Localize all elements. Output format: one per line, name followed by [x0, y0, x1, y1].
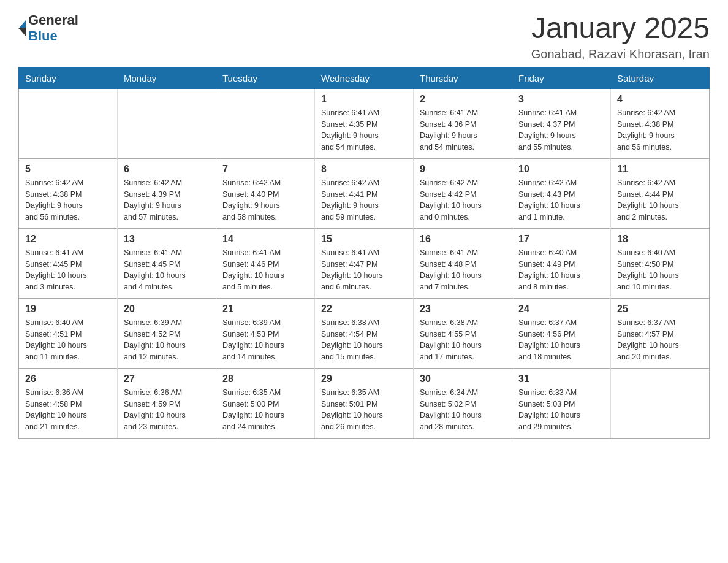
- day-of-week-sunday: Sunday: [19, 67, 118, 88]
- day-number: 10: [518, 164, 604, 175]
- day-of-week-friday: Friday: [512, 67, 611, 88]
- calendar-body: 1Sunrise: 6:41 AMSunset: 4:35 PMDaylight…: [19, 88, 710, 438]
- day-number: 3: [518, 94, 604, 105]
- day-of-week-tuesday: Tuesday: [216, 67, 315, 88]
- calendar-cell: 16Sunrise: 6:41 AMSunset: 4:48 PMDayligh…: [414, 228, 512, 298]
- day-info: Sunrise: 6:35 AMSunset: 5:01 PMDaylight:…: [321, 387, 407, 433]
- calendar-cell: 23Sunrise: 6:38 AMSunset: 4:55 PMDayligh…: [414, 298, 512, 368]
- day-number: 19: [25, 304, 111, 315]
- calendar-cell: [118, 88, 216, 158]
- logo-text-blue: Blue: [28, 28, 58, 44]
- calendar-cell: 27Sunrise: 6:36 AMSunset: 4:59 PMDayligh…: [118, 368, 216, 438]
- day-number: 17: [518, 234, 604, 245]
- day-info: Sunrise: 6:40 AMSunset: 4:50 PMDaylight:…: [617, 247, 703, 293]
- calendar-cell: 14Sunrise: 6:41 AMSunset: 4:46 PMDayligh…: [216, 228, 315, 298]
- day-number: 21: [222, 304, 308, 315]
- day-info: Sunrise: 6:41 AMSunset: 4:47 PMDaylight:…: [321, 247, 407, 293]
- calendar-cell: 7Sunrise: 6:42 AMSunset: 4:40 PMDaylight…: [216, 158, 315, 228]
- day-info: Sunrise: 6:38 AMSunset: 4:55 PMDaylight:…: [420, 317, 506, 363]
- day-info: Sunrise: 6:37 AMSunset: 4:56 PMDaylight:…: [518, 317, 604, 363]
- day-number: 25: [617, 304, 703, 315]
- day-number: 15: [321, 234, 407, 245]
- day-info: Sunrise: 6:42 AMSunset: 4:40 PMDaylight:…: [222, 177, 308, 223]
- day-info: Sunrise: 6:39 AMSunset: 4:53 PMDaylight:…: [222, 317, 308, 363]
- day-number: 29: [321, 373, 407, 385]
- day-number: 6: [124, 164, 210, 175]
- calendar-week-3: 12Sunrise: 6:41 AMSunset: 4:45 PMDayligh…: [19, 228, 710, 298]
- calendar-cell: 15Sunrise: 6:41 AMSunset: 4:47 PMDayligh…: [315, 228, 414, 298]
- calendar-cell: 12Sunrise: 6:41 AMSunset: 4:45 PMDayligh…: [19, 228, 118, 298]
- day-info: Sunrise: 6:41 AMSunset: 4:37 PMDaylight:…: [518, 107, 604, 153]
- day-info: Sunrise: 6:42 AMSunset: 4:41 PMDaylight:…: [321, 177, 407, 223]
- day-number: 22: [321, 304, 407, 315]
- day-of-week-monday: Monday: [118, 67, 216, 88]
- page-subtitle: Gonabad, Razavi Khorasan, Iran: [531, 47, 710, 61]
- day-info: Sunrise: 6:42 AMSunset: 4:44 PMDaylight:…: [617, 177, 703, 223]
- day-number: 31: [518, 373, 604, 385]
- day-info: Sunrise: 6:41 AMSunset: 4:45 PMDaylight:…: [25, 247, 111, 293]
- day-number: 8: [321, 164, 407, 175]
- calendar-week-2: 5Sunrise: 6:42 AMSunset: 4:38 PMDaylight…: [19, 158, 710, 228]
- page-header: General Blue January 2025 Gonabad, Razav…: [18, 12, 710, 61]
- calendar-week-4: 19Sunrise: 6:40 AMSunset: 4:51 PMDayligh…: [19, 298, 710, 368]
- day-number: 26: [25, 373, 111, 385]
- calendar-cell: 21Sunrise: 6:39 AMSunset: 4:53 PMDayligh…: [216, 298, 315, 368]
- calendar-cell: [19, 88, 118, 158]
- day-info: Sunrise: 6:42 AMSunset: 4:38 PMDaylight:…: [25, 177, 111, 223]
- day-number: 7: [222, 164, 308, 175]
- day-number: 13: [124, 234, 210, 245]
- day-of-week-thursday: Thursday: [414, 67, 512, 88]
- calendar-cell: 10Sunrise: 6:42 AMSunset: 4:43 PMDayligh…: [512, 158, 611, 228]
- day-info: Sunrise: 6:41 AMSunset: 4:36 PMDaylight:…: [420, 107, 506, 153]
- calendar-week-1: 1Sunrise: 6:41 AMSunset: 4:35 PMDaylight…: [19, 88, 710, 158]
- day-info: Sunrise: 6:42 AMSunset: 4:38 PMDaylight:…: [617, 107, 703, 153]
- day-number: 30: [420, 373, 506, 385]
- calendar-cell: 6Sunrise: 6:42 AMSunset: 4:39 PMDaylight…: [118, 158, 216, 228]
- day-number: 12: [25, 234, 111, 245]
- calendar-cell: 26Sunrise: 6:36 AMSunset: 4:58 PMDayligh…: [19, 368, 118, 438]
- day-number: 11: [617, 164, 703, 175]
- day-number: 2: [420, 94, 506, 105]
- calendar-cell: 9Sunrise: 6:42 AMSunset: 4:42 PMDaylight…: [414, 158, 512, 228]
- calendar-cell: 2Sunrise: 6:41 AMSunset: 4:36 PMDaylight…: [414, 88, 512, 158]
- calendar-cell: 24Sunrise: 6:37 AMSunset: 4:56 PMDayligh…: [512, 298, 611, 368]
- day-of-week-saturday: Saturday: [611, 67, 710, 88]
- day-info: Sunrise: 6:42 AMSunset: 4:39 PMDaylight:…: [124, 177, 210, 223]
- day-info: Sunrise: 6:37 AMSunset: 4:57 PMDaylight:…: [617, 317, 703, 363]
- page-title: January 2025: [531, 12, 710, 45]
- day-number: 18: [617, 234, 703, 245]
- calendar-cell: 3Sunrise: 6:41 AMSunset: 4:37 PMDaylight…: [512, 88, 611, 158]
- calendar-cell: 25Sunrise: 6:37 AMSunset: 4:57 PMDayligh…: [611, 298, 710, 368]
- calendar-cell: 13Sunrise: 6:41 AMSunset: 4:45 PMDayligh…: [118, 228, 216, 298]
- day-info: Sunrise: 6:36 AMSunset: 4:59 PMDaylight:…: [124, 387, 210, 433]
- calendar-week-5: 26Sunrise: 6:36 AMSunset: 4:58 PMDayligh…: [19, 368, 710, 438]
- day-info: Sunrise: 6:33 AMSunset: 5:03 PMDaylight:…: [518, 387, 604, 433]
- logo-text-general: General: [28, 12, 78, 28]
- calendar-cell: 19Sunrise: 6:40 AMSunset: 4:51 PMDayligh…: [19, 298, 118, 368]
- calendar-cell: 28Sunrise: 6:35 AMSunset: 5:00 PMDayligh…: [216, 368, 315, 438]
- day-info: Sunrise: 6:38 AMSunset: 4:54 PMDaylight:…: [321, 317, 407, 363]
- title-section: January 2025 Gonabad, Razavi Khorasan, I…: [531, 12, 710, 61]
- day-info: Sunrise: 6:42 AMSunset: 4:43 PMDaylight:…: [518, 177, 604, 223]
- day-number: 27: [124, 373, 210, 385]
- day-number: 24: [518, 304, 604, 315]
- day-number: 1: [321, 94, 407, 105]
- day-number: 20: [124, 304, 210, 315]
- calendar-cell: 20Sunrise: 6:39 AMSunset: 4:52 PMDayligh…: [118, 298, 216, 368]
- day-number: 23: [420, 304, 506, 315]
- day-info: Sunrise: 6:36 AMSunset: 4:58 PMDaylight:…: [25, 387, 111, 433]
- calendar-table: SundayMondayTuesdayWednesdayThursdayFrid…: [18, 67, 710, 439]
- day-info: Sunrise: 6:41 AMSunset: 4:35 PMDaylight:…: [321, 107, 407, 153]
- day-number: 16: [420, 234, 506, 245]
- calendar-cell: 4Sunrise: 6:42 AMSunset: 4:38 PMDaylight…: [611, 88, 710, 158]
- calendar-cell: 17Sunrise: 6:40 AMSunset: 4:49 PMDayligh…: [512, 228, 611, 298]
- day-info: Sunrise: 6:35 AMSunset: 5:00 PMDaylight:…: [222, 387, 308, 433]
- calendar-cell: 31Sunrise: 6:33 AMSunset: 5:03 PMDayligh…: [512, 368, 611, 438]
- day-info: Sunrise: 6:39 AMSunset: 4:52 PMDaylight:…: [124, 317, 210, 363]
- day-number: 14: [222, 234, 308, 245]
- day-info: Sunrise: 6:34 AMSunset: 5:02 PMDaylight:…: [420, 387, 506, 433]
- calendar-cell: 1Sunrise: 6:41 AMSunset: 4:35 PMDaylight…: [315, 88, 414, 158]
- day-number: 28: [222, 373, 308, 385]
- day-info: Sunrise: 6:41 AMSunset: 4:48 PMDaylight:…: [420, 247, 506, 293]
- day-number: 9: [420, 164, 506, 175]
